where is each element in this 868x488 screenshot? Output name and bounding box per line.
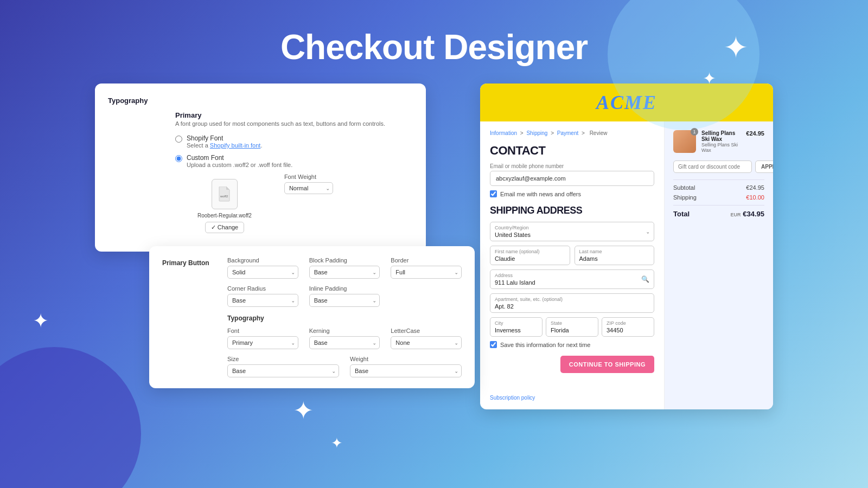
change-font-button[interactable]: ✓ Change	[205, 222, 245, 233]
sparkle-icon-bottom2: ✦	[331, 436, 343, 450]
subtotal-line: Subtotal €24.95	[673, 184, 764, 191]
section-label: Typography	[108, 97, 413, 105]
inline-padding-select[interactable]: Base	[309, 294, 380, 307]
checkout-body: Information > Shipping > Payment > Revie…	[480, 121, 773, 409]
size-select[interactable]: Base	[227, 364, 339, 377]
continue-to-shipping-button[interactable]: CONTINUE TO SHIPPING	[560, 356, 654, 373]
font-label: Font	[227, 328, 298, 334]
typography-section-label: Typography	[227, 314, 462, 322]
subtotal-label: Subtotal	[673, 184, 695, 191]
zip-label: ZIP code	[607, 320, 649, 326]
last-name-value: Adams	[579, 255, 650, 262]
sparkle-icon-medium: ✦	[703, 70, 716, 87]
kerning-select[interactable]: Base	[309, 336, 380, 349]
total-est: EUR	[731, 212, 741, 217]
summary-divider-2	[673, 205, 764, 206]
typography-card: Typography Primary A font group used for…	[95, 84, 426, 252]
shipping-label: Shipping	[673, 194, 697, 201]
apply-button[interactable]: APPLY	[755, 160, 773, 173]
custom-font-sub: Upload a custom .woff2 or .woff font fil…	[187, 162, 413, 168]
email-news-label: Email me with news and offers	[500, 191, 581, 197]
name-row: First name (optional) Claudie Last name …	[490, 246, 654, 265]
product-row: 1 Selling Plans Ski Wax Selling Plans Sk…	[673, 130, 764, 153]
border-field: Border Full	[391, 257, 462, 279]
state-field: State Florida	[546, 317, 598, 337]
contact-heading: CONTACT	[490, 144, 654, 158]
size-field: Size Base	[227, 356, 339, 377]
first-name-field: First name (optional) Claudie	[490, 246, 570, 265]
breadcrumb: Information > Shipping > Payment > Revie…	[490, 130, 654, 136]
font-file-icon: woff2	[212, 179, 238, 209]
shopify-font-link[interactable]: Shopify built-in font	[210, 142, 261, 149]
font-file-box: woff2 Roobert-Regular.woff2 ✓ Change	[197, 179, 252, 233]
subscription-policy-link[interactable]: Subscription policy	[490, 395, 654, 401]
checkout-left: Information > Shipping > Payment > Revie…	[480, 121, 665, 409]
country-value: United States	[495, 232, 649, 238]
city-field: City Inverness	[490, 317, 542, 337]
continue-btn-wrapper: CONTINUE TO SHIPPING	[490, 356, 654, 373]
pb-typo-grid: Font Primary Kerning Base	[227, 328, 462, 349]
state-value: Florida	[551, 327, 593, 333]
shipping-heading: SHIPPING ADDRESS	[490, 205, 654, 216]
address-value: 911 Lalu Island	[495, 279, 535, 286]
address-label: Address	[495, 273, 535, 278]
background-field: Background Solid	[227, 257, 298, 279]
sparkle-icon-left: ✦	[33, 311, 49, 331]
product-badge: 1	[691, 128, 698, 136]
checkout-right: 1 Selling Plans Ski Wax Selling Plans Sk…	[665, 121, 773, 409]
kerning-field: Kerning Base	[309, 328, 380, 349]
email-news-checkbox[interactable]	[490, 190, 497, 197]
font-select[interactable]: Primary	[227, 336, 298, 349]
border-label: Border	[391, 257, 462, 264]
search-icon: 🔍	[641, 275, 649, 283]
pb-top-grid: Background Solid Block Padding	[227, 257, 462, 307]
total-value: EUR €34.95	[731, 210, 764, 218]
product-sub: Selling Plans Ski Wax	[701, 142, 741, 153]
border-select[interactable]: Full	[391, 266, 462, 279]
right-panel: ACME Information > Shipping > Payment > …	[480, 84, 773, 409]
font-weight-select[interactable]: Normal	[284, 182, 333, 194]
pb-bottom-grid: Size Base Weight Base	[227, 356, 462, 377]
primary-button-title: Primary Button	[162, 259, 209, 267]
contact-email-input[interactable]	[490, 171, 654, 186]
city-value: Inverness	[495, 327, 538, 333]
product-name: Selling Plans Ski Wax	[701, 130, 741, 142]
first-name-value: Claudie	[495, 255, 565, 262]
background-select[interactable]: Solid	[227, 266, 298, 279]
shopify-font-radio[interactable]	[175, 136, 182, 143]
inline-padding-label: Inline Padding	[309, 285, 380, 292]
primary-button-card: Primary Button Background Solid	[149, 246, 475, 388]
city-label: City	[495, 320, 538, 326]
block-padding-label: Block Padding	[309, 257, 380, 264]
save-info-checkbox[interactable]	[490, 341, 497, 348]
state-label: State	[551, 320, 593, 326]
email-news-row: Email me with news and offers	[490, 190, 654, 197]
city-row: City Inverness State Florida ZIP code 34…	[490, 317, 654, 337]
last-name-field: Last name Adams	[575, 246, 655, 265]
zip-field: ZIP code 34450	[602, 317, 654, 337]
corner-radius-field: Corner Radius Base	[227, 285, 298, 307]
left-panel: Typography Primary A font group used for…	[95, 84, 464, 409]
shopify-font-option[interactable]: Shopify Font Select a Shopify built-in f…	[175, 134, 413, 149]
save-info-label: Save this information for next time	[500, 342, 590, 348]
weight-field: Weight Base	[350, 356, 462, 377]
total-line: Total EUR €34.95	[673, 210, 764, 218]
last-name-label: Last name	[579, 249, 650, 254]
country-label: Country/Region	[495, 225, 649, 230]
discount-row: APPLY	[673, 160, 764, 173]
corner-radius-select[interactable]: Base	[227, 294, 298, 307]
discount-input[interactable]	[673, 160, 752, 173]
weight-select[interactable]: Base	[350, 364, 462, 377]
background-label: Background	[227, 257, 298, 264]
custom-font-option[interactable]: Custom Font Upload a custom .woff2 or .w…	[175, 154, 413, 233]
size-label: Size	[227, 356, 339, 362]
country-select-wrapper: Country/Region United States	[490, 222, 654, 241]
custom-font-radio[interactable]	[175, 155, 182, 162]
apt-value: Apt. 82	[495, 303, 649, 310]
svg-text:woff2: woff2	[220, 195, 228, 198]
lettercase-select[interactable]: None	[391, 336, 462, 349]
primary-desc: A font group used for most components su…	[175, 120, 413, 127]
checkout-preview: ACME Information > Shipping > Payment > …	[480, 84, 773, 409]
shipping-value: €10.00	[746, 194, 764, 201]
block-padding-select[interactable]: Base	[309, 266, 380, 279]
